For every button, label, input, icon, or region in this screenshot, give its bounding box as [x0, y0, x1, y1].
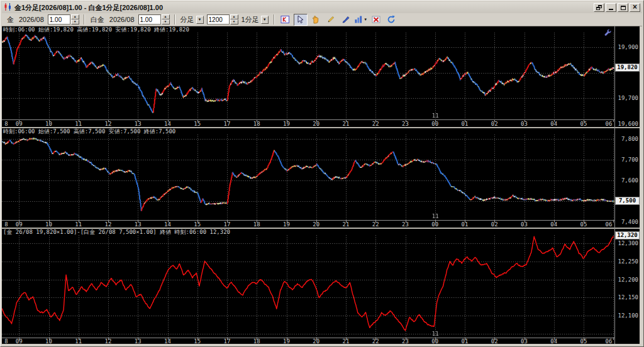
axis-border-line: [614, 26, 615, 344]
restore-icon: [596, 5, 602, 10]
x-axis-hour-label: 20: [311, 121, 322, 127]
x-axis-hour-label: 21: [340, 221, 352, 228]
bar-chart-icon: [354, 15, 363, 24]
spread-line-chart[interactable]: [2, 235, 614, 338]
platinum-candle-chart[interactable]: [2, 135, 614, 220]
x-axis-hour-label: 00: [430, 221, 441, 228]
x-axis-hour-label: 15: [192, 221, 203, 228]
chevron-down-icon[interactable]: ▼: [261, 16, 269, 24]
minimize-icon: [609, 9, 613, 10]
maximize-button[interactable]: [618, 3, 628, 12]
pan-tool-button[interactable]: [309, 14, 323, 26]
x-axis-hour-label: 18: [251, 221, 262, 228]
platinum-multiplier-spin[interactable]: ▲▼: [162, 14, 170, 25]
interval-dropdown[interactable]: 1分足 ▼: [242, 15, 269, 25]
platinum-month-label: 2026/08: [109, 16, 135, 23]
title-bar[interactable]: 金1分足[2026/08]1.00 - 白金1分足[2026/08]1.00 ×: [2, 2, 642, 13]
x-axis-hour-label: 03: [519, 221, 530, 228]
x-axis-hour-label: 06: [603, 121, 614, 127]
restore-button[interactable]: [594, 3, 604, 12]
y-axis-price-label: 12,250: [616, 258, 638, 265]
x-axis-hour-label: 04: [548, 221, 560, 228]
hand-icon: [311, 15, 320, 24]
x-axis-hour-label: 02: [489, 338, 500, 344]
spin-up-icon[interactable]: ▲: [162, 14, 170, 19]
interval-label: 1分足: [242, 15, 259, 25]
x-axis-hour-label: 22: [370, 338, 381, 344]
gold-multiplier-spin[interactable]: ▲▼: [71, 14, 79, 25]
x-axis-hour-label: 18: [251, 338, 262, 344]
chevron-down-icon[interactable]: ▼: [364, 18, 367, 21]
chart-type-button[interactable]: ▼: [354, 14, 368, 26]
bar-mode-dropdown[interactable]: 分足 ▼: [180, 15, 204, 25]
x-axis-hour-label: 01: [459, 121, 470, 127]
candlestick-icon: [4, 2, 12, 13]
x-axis-hour-label: 23: [400, 121, 411, 127]
x-axis-hour-label: 19: [281, 221, 292, 228]
date-label: 11: [432, 331, 439, 337]
gold-multiplier-input[interactable]: [48, 14, 70, 25]
chevron-down-icon[interactable]: ▼: [196, 16, 204, 24]
spin-up-icon[interactable]: ▲: [230, 14, 238, 19]
spin-up-icon[interactable]: ▲: [71, 14, 79, 19]
x-axis-hour-label: 15: [192, 121, 203, 127]
x-axis-hour-label: 09: [13, 338, 25, 344]
x-axis-hour-label: 00: [430, 338, 441, 344]
current-price-box: 7,500: [615, 197, 640, 205]
gold-symbol-label: 金: [7, 15, 14, 25]
refresh-button[interactable]: [384, 14, 398, 26]
x-axis-hour-label: 05: [578, 338, 589, 344]
x-axis-hour-label: 19: [281, 338, 292, 344]
y-axis-price-label: 12,300: [616, 240, 638, 246]
bar-count-stepper: ▲▼: [207, 14, 238, 25]
x-axis-hour-label: 06: [603, 338, 614, 344]
x-axis-hour-label: 04: [548, 121, 560, 127]
draw-line-button[interactable]: [324, 14, 338, 26]
x-axis-hour-label: 00: [430, 121, 441, 127]
axis-scale-button[interactable]: [279, 14, 292, 26]
current-price-box: 12,320: [615, 231, 640, 240]
chart-info-bar: 時刻:06:00 始値:19,820 高値:19,820 安値:19,820 終…: [2, 26, 615, 33]
current-price-box: 19,820: [615, 63, 640, 72]
close-button[interactable]: ×: [630, 3, 640, 12]
draw-brush-button[interactable]: [339, 14, 353, 26]
x-axis-hour-label: 10: [43, 338, 55, 344]
bar-count-input[interactable]: [207, 14, 230, 25]
x-axis-hour-label: 09: [13, 221, 25, 228]
y-axis-price-label: 7,800: [616, 136, 638, 142]
x-axis-hour-label: 11: [73, 221, 84, 228]
maximize-icon: [621, 6, 626, 10]
platinum-multiplier-input[interactable]: [138, 14, 161, 25]
chart-window: 金1分足[2026/08]1.00 - 白金1分足[2026/08]1.00 ×…: [0, 0, 644, 347]
x-axis-hour-label: 17: [221, 338, 233, 344]
x-axis-hour-label: 09: [13, 121, 25, 127]
x-axis-hour-label: 03: [519, 338, 530, 344]
bar-mode-label: 分足: [180, 15, 194, 25]
y-axis-price-label: 12,150: [616, 294, 638, 300]
y-axis-price-label: 19,900: [616, 44, 638, 50]
close-icon: ×: [633, 4, 637, 10]
toolbar-separator: [84, 14, 85, 25]
x-axis-hour-label: 01: [459, 221, 470, 228]
y-axis-price-label: 7,700: [616, 157, 638, 163]
x-axis-hour-label: 17: [221, 121, 233, 127]
gold-candle-chart[interactable]: [2, 33, 614, 119]
x-axis-hour-label: 18: [251, 121, 262, 127]
minimize-button[interactable]: [606, 3, 616, 12]
cursor-tool-button[interactable]: [294, 14, 308, 26]
spin-down-icon[interactable]: ▼: [71, 19, 79, 25]
x-axis-hour-label: 13: [132, 338, 143, 344]
spin-down-icon[interactable]: ▼: [162, 19, 170, 25]
x-axis-hour-label: 20: [311, 338, 322, 344]
x-axis-hour-label: 14: [162, 121, 174, 127]
toolbar: 金 2026/08 ▲▼ 白金 2026/08 ▲▼ 分足 ▼ ▲▼ 1分足 ▼: [2, 13, 642, 26]
spin-down-icon[interactable]: ▼: [230, 19, 238, 25]
wrench-icon[interactable]: [604, 28, 612, 39]
y-axis-price-label: 12,200: [616, 277, 638, 283]
x-axis-hour-label: 21: [340, 121, 352, 127]
plot-axis-line: [2, 220, 614, 221]
platinum-multiplier-stepper: ▲▼: [138, 14, 170, 25]
bar-count-spin[interactable]: ▲▼: [230, 14, 238, 25]
clear-drawings-button[interactable]: [369, 14, 383, 26]
x-axis-hour-label: 22: [370, 121, 381, 127]
